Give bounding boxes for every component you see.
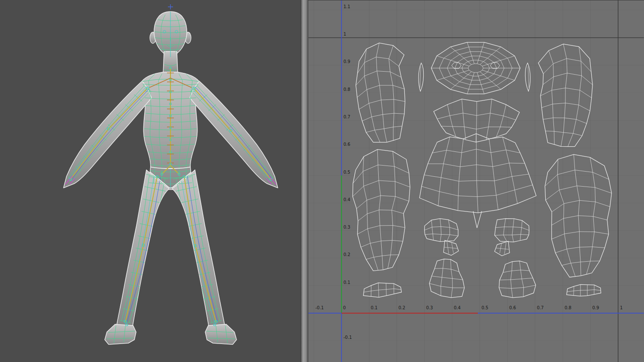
- uv-island-arm-left[interactable]: [356, 43, 405, 142]
- body-part-footR: [205, 324, 237, 344]
- uv-island-shoulders[interactable]: [434, 99, 519, 142]
- viewport-3d[interactable]: [0, 0, 301, 362]
- uv-island-hand-left[interactable]: [425, 219, 459, 256]
- panel-splitter[interactable]: [301, 0, 308, 362]
- uv-island-sliver-right[interactable]: [525, 63, 530, 91]
- uv-island-leg-right[interactable]: [545, 154, 611, 277]
- uv-island-leg-left[interactable]: [352, 149, 410, 271]
- uv-editor-panel[interactable]: -0.100.10.20.30.40.50.60.70.80.911.110.9…: [308, 0, 644, 362]
- character-model-canvas[interactable]: [0, 0, 301, 362]
- uv-islands: [352, 42, 611, 298]
- body-part-legR: [172, 170, 225, 326]
- uv-island-sliver-left[interactable]: [419, 63, 424, 91]
- uv-island-head[interactable]: [431, 42, 520, 94]
- uv-grid: [308, 0, 644, 362]
- uv-axes: [308, 0, 644, 362]
- crown-joint-marker: [168, 4, 173, 9]
- uv-island-foot-right[interactable]: [499, 261, 535, 297]
- uv-island-foot-left[interactable]: [429, 259, 465, 298]
- character-skeleton: [69, 67, 272, 326]
- body-part-footL: [105, 324, 136, 344]
- uv-island-strap-right[interactable]: [567, 284, 601, 296]
- uv-canvas[interactable]: [308, 0, 644, 362]
- uv-island-hand-right[interactable]: [495, 219, 529, 256]
- uv-island-arm-right[interactable]: [538, 44, 592, 147]
- application-window: -0.100.10.20.30.40.50.60.70.80.911.110.9…: [0, 0, 644, 362]
